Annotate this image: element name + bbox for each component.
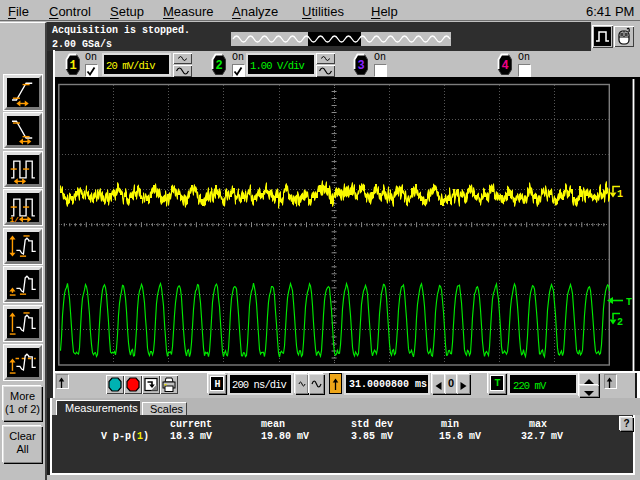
- svg-text:1/: 1/: [9, 215, 19, 222]
- svg-text:T: T: [626, 296, 632, 307]
- svg-text:4: 4: [501, 59, 508, 73]
- svg-text:2: 2: [216, 59, 223, 73]
- svg-text:2: 2: [617, 316, 623, 327]
- svg-text:1: 1: [617, 189, 623, 200]
- svg-text:1: 1: [70, 59, 77, 73]
- svg-text:3: 3: [358, 59, 365, 73]
